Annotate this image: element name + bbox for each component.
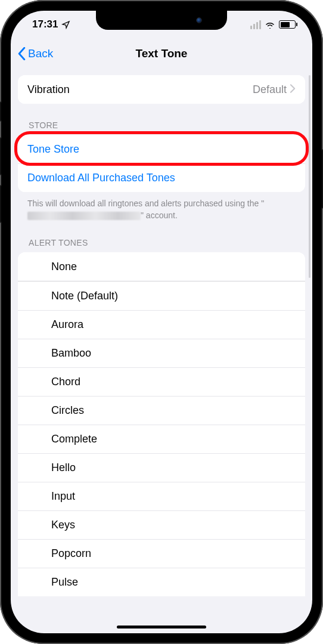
tone-label: None: [51, 261, 77, 273]
cellular-icon: [250, 20, 261, 29]
page-title: Text Tone: [136, 47, 188, 60]
content-area[interactable]: Vibration Default STORE Tone Store Downl…: [11, 69, 312, 633]
vibration-group: Vibration Default: [18, 75, 305, 104]
battery-icon: [279, 20, 296, 29]
download-all-row[interactable]: Download All Purchased Tones: [18, 163, 305, 192]
chevron-right-icon: [290, 83, 296, 96]
wifi-icon: [265, 20, 275, 29]
screen: 17:31: [11, 11, 312, 633]
alert-tones-header: ALERT TONES: [18, 221, 305, 252]
vibration-value: Default: [253, 83, 287, 96]
footer-prefix: This will download all ringtones and ale…: [27, 199, 264, 208]
download-all-label: Download All Purchased Tones: [27, 172, 175, 184]
tone-row[interactable]: Input: [18, 482, 305, 510]
volume-up-button: [0, 137, 1, 175]
tone-label: Pulse: [51, 576, 78, 589]
redacted-account: [27, 212, 141, 220]
vibration-label: Vibration: [27, 83, 70, 96]
tone-label: Hello: [51, 462, 76, 474]
front-camera-icon: [196, 17, 202, 23]
tone-row[interactable]: Aurora: [18, 310, 305, 339]
tone-row[interactable]: Complete: [18, 425, 305, 453]
vibration-row[interactable]: Vibration Default: [18, 75, 305, 104]
tone-label: Chord: [51, 376, 80, 388]
home-indicator[interactable]: [117, 626, 206, 628]
back-label: Back: [28, 47, 53, 60]
chevron-left-icon: [18, 47, 26, 60]
store-group: Tone Store Download All Purchased Tones: [18, 135, 305, 192]
back-button[interactable]: Back: [18, 38, 53, 69]
footer-suffix: " account.: [141, 210, 178, 220]
tone-label: Bamboo: [51, 347, 91, 360]
phone-frame: 17:31: [0, 0, 323, 644]
tone-label: Input: [51, 490, 75, 503]
nav-bar: Back Text Tone: [11, 38, 312, 69]
tone-row[interactable]: Popcorn: [18, 539, 305, 568]
tone-row[interactable]: Hello: [18, 453, 305, 482]
volume-down-button: [0, 185, 1, 223]
tone-label: Aurora: [51, 318, 83, 331]
tone-row[interactable]: Bamboo: [18, 339, 305, 367]
scroll-indicator[interactable]: [309, 75, 310, 278]
tone-row[interactable]: None: [18, 252, 305, 281]
notch: [96, 11, 227, 30]
tone-row[interactable]: Chord: [18, 367, 305, 396]
tone-store-row[interactable]: Tone Store: [18, 135, 305, 163]
tone-label: Keys: [51, 519, 75, 531]
tone-label: Circles: [51, 404, 84, 417]
tone-row[interactable]: Pulse: [18, 568, 305, 596]
location-icon: [61, 20, 70, 29]
mute-switch: [0, 101, 1, 122]
tone-label: Popcorn: [51, 547, 91, 560]
tone-label: Complete: [51, 433, 97, 445]
tone-label: Note (Default): [51, 290, 118, 302]
tone-row[interactable]: Circles: [18, 396, 305, 425]
status-time: 17:31: [32, 18, 58, 30]
store-section-header: STORE: [18, 104, 305, 135]
tone-row[interactable]: Note (Default): [18, 281, 305, 310]
alert-tones-list: None Note (Default) Aurora Bamboo Chord …: [18, 252, 305, 596]
tone-row[interactable]: Keys: [18, 510, 305, 539]
store-section-footer: This will download all ringtones and ale…: [18, 192, 305, 221]
tone-store-label: Tone Store: [27, 143, 79, 156]
